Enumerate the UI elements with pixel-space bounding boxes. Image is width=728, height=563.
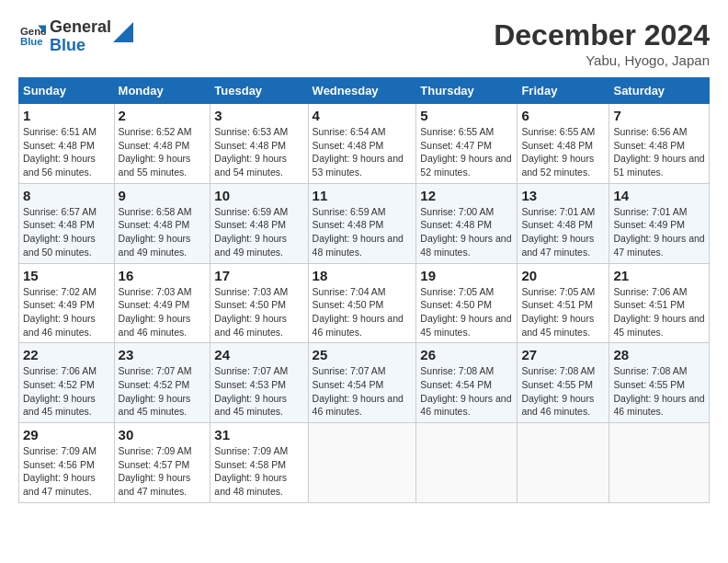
logo-general: General	[50, 18, 111, 37]
calendar-cell: 13Sunrise: 7:01 AMSunset: 4:48 PMDayligh…	[518, 183, 609, 263]
day-info: Sunrise: 7:05 AMSunset: 4:50 PMDaylight:…	[420, 285, 513, 339]
day-info: Sunrise: 7:07 AMSunset: 4:53 PMDaylight:…	[214, 364, 303, 419]
calendar-cell	[416, 423, 518, 503]
svg-marker-3	[113, 22, 133, 42]
day-number: 10	[214, 188, 303, 203]
calendar-cell: 26Sunrise: 7:08 AMSunset: 4:54 PMDayligh…	[416, 343, 518, 423]
calendar-cell: 30Sunrise: 7:09 AMSunset: 4:57 PMDayligh…	[114, 423, 210, 503]
svg-text:Blue: Blue	[20, 35, 43, 46]
day-info: Sunrise: 7:07 AMSunset: 4:52 PMDaylight:…	[119, 364, 207, 419]
day-info: Sunrise: 7:07 AMSunset: 4:54 PMDaylight:…	[313, 364, 413, 419]
calendar-cell: 1Sunrise: 6:51 AMSunset: 4:48 PMDaylight…	[19, 104, 115, 184]
calendar-cell	[308, 423, 416, 503]
calendar-cell: 16Sunrise: 7:03 AMSunset: 4:49 PMDayligh…	[114, 263, 210, 343]
day-number: 25	[313, 347, 413, 362]
day-info: Sunrise: 6:52 AMSunset: 4:48 PMDaylight:…	[119, 125, 207, 179]
calendar-week-3: 15Sunrise: 7:02 AMSunset: 4:49 PMDayligh…	[19, 263, 710, 343]
title-block: December 2024 Yabu, Hyogo, Japan	[494, 18, 710, 68]
calendar-cell: 29Sunrise: 7:09 AMSunset: 4:56 PMDayligh…	[19, 423, 115, 503]
calendar-cell: 6Sunrise: 6:55 AMSunset: 4:48 PMDaylight…	[518, 104, 609, 184]
day-number: 16	[119, 268, 207, 283]
day-number: 4	[313, 108, 413, 123]
day-number: 8	[23, 188, 110, 203]
day-number: 19	[420, 268, 513, 283]
day-info: Sunrise: 6:53 AMSunset: 4:48 PMDaylight:…	[214, 125, 303, 179]
day-number: 14	[613, 188, 705, 203]
weekday-header-wednesday: Wednesday	[308, 78, 416, 104]
calendar-cell: 4Sunrise: 6:54 AMSunset: 4:48 PMDaylight…	[308, 104, 416, 184]
day-info: Sunrise: 6:51 AMSunset: 4:48 PMDaylight:…	[23, 125, 110, 179]
calendar-cell: 10Sunrise: 6:59 AMSunset: 4:48 PMDayligh…	[210, 183, 308, 263]
logo-blue: Blue	[50, 37, 111, 55]
day-info: Sunrise: 6:59 AMSunset: 4:48 PMDaylight:…	[214, 205, 303, 259]
calendar-cell: 21Sunrise: 7:06 AMSunset: 4:51 PMDayligh…	[609, 263, 710, 343]
day-number: 12	[420, 188, 513, 203]
day-info: Sunrise: 6:55 AMSunset: 4:48 PMDaylight:…	[521, 125, 605, 179]
logo-icon: General Blue	[20, 22, 46, 48]
calendar-week-1: 1Sunrise: 6:51 AMSunset: 4:48 PMDaylight…	[19, 104, 710, 184]
weekday-header-monday: Monday	[114, 78, 210, 104]
weekday-header-saturday: Saturday	[609, 78, 710, 104]
weekday-header-friday: Friday	[518, 78, 609, 104]
page-header: General Blue General Blue December 2024 …	[18, 18, 710, 68]
day-info: Sunrise: 7:01 AMSunset: 4:49 PMDaylight:…	[613, 205, 705, 259]
day-info: Sunrise: 7:06 AMSunset: 4:51 PMDaylight:…	[613, 285, 705, 339]
day-info: Sunrise: 7:08 AMSunset: 4:55 PMDaylight:…	[613, 364, 705, 419]
calendar-cell: 31Sunrise: 7:09 AMSunset: 4:58 PMDayligh…	[210, 423, 308, 503]
logo: General Blue General Blue	[18, 18, 133, 55]
day-info: Sunrise: 7:03 AMSunset: 4:49 PMDaylight:…	[119, 285, 207, 339]
calendar-cell: 23Sunrise: 7:07 AMSunset: 4:52 PMDayligh…	[114, 343, 210, 423]
day-number: 13	[521, 188, 605, 203]
day-info: Sunrise: 7:04 AMSunset: 4:50 PMDaylight:…	[313, 285, 413, 339]
day-number: 31	[214, 427, 303, 442]
day-number: 9	[119, 188, 207, 203]
calendar-cell: 9Sunrise: 6:58 AMSunset: 4:48 PMDaylight…	[114, 183, 210, 263]
day-info: Sunrise: 7:06 AMSunset: 4:52 PMDaylight:…	[23, 364, 110, 419]
day-info: Sunrise: 7:08 AMSunset: 4:54 PMDaylight:…	[420, 364, 513, 419]
month-title: December 2024	[494, 18, 710, 52]
day-info: Sunrise: 7:01 AMSunset: 4:48 PMDaylight:…	[521, 205, 605, 259]
day-number: 6	[521, 108, 605, 123]
calendar-cell: 19Sunrise: 7:05 AMSunset: 4:50 PMDayligh…	[416, 263, 518, 343]
calendar-cell: 3Sunrise: 6:53 AMSunset: 4:48 PMDaylight…	[210, 104, 308, 184]
day-number: 11	[313, 188, 413, 203]
day-number: 30	[119, 427, 207, 442]
calendar-week-4: 22Sunrise: 7:06 AMSunset: 4:52 PMDayligh…	[19, 343, 710, 423]
calendar-cell	[609, 423, 710, 503]
calendar-cell: 17Sunrise: 7:03 AMSunset: 4:50 PMDayligh…	[210, 263, 308, 343]
day-info: Sunrise: 6:59 AMSunset: 4:48 PMDaylight:…	[313, 205, 413, 259]
calendar-week-2: 8Sunrise: 6:57 AMSunset: 4:48 PMDaylight…	[19, 183, 710, 263]
day-info: Sunrise: 7:09 AMSunset: 4:57 PMDaylight:…	[119, 444, 207, 499]
day-number: 3	[214, 108, 303, 123]
day-info: Sunrise: 7:02 AMSunset: 4:49 PMDaylight:…	[23, 285, 110, 339]
calendar-cell: 7Sunrise: 6:56 AMSunset: 4:48 PMDaylight…	[609, 104, 710, 184]
day-number: 1	[23, 108, 110, 123]
calendar-cell: 22Sunrise: 7:06 AMSunset: 4:52 PMDayligh…	[19, 343, 115, 423]
calendar-cell: 24Sunrise: 7:07 AMSunset: 4:53 PMDayligh…	[210, 343, 308, 423]
day-info: Sunrise: 7:09 AMSunset: 4:58 PMDaylight:…	[214, 444, 303, 499]
calendar-cell: 27Sunrise: 7:08 AMSunset: 4:55 PMDayligh…	[518, 343, 609, 423]
calendar-cell: 2Sunrise: 6:52 AMSunset: 4:48 PMDaylight…	[114, 104, 210, 184]
day-number: 23	[119, 347, 207, 362]
day-info: Sunrise: 6:58 AMSunset: 4:48 PMDaylight:…	[119, 205, 207, 259]
calendar-cell: 20Sunrise: 7:05 AMSunset: 4:51 PMDayligh…	[518, 263, 609, 343]
day-number: 21	[613, 268, 705, 283]
logo-triangle-icon	[113, 22, 133, 42]
weekday-header-thursday: Thursday	[416, 78, 518, 104]
calendar-cell: 28Sunrise: 7:08 AMSunset: 4:55 PMDayligh…	[609, 343, 710, 423]
calendar-table: SundayMondayTuesdayWednesdayThursdayFrid…	[18, 77, 710, 503]
day-number: 24	[214, 347, 303, 362]
day-number: 28	[613, 347, 705, 362]
calendar-cell: 18Sunrise: 7:04 AMSunset: 4:50 PMDayligh…	[308, 263, 416, 343]
calendar-cell: 5Sunrise: 6:55 AMSunset: 4:47 PMDaylight…	[416, 104, 518, 184]
calendar-cell	[518, 423, 609, 503]
day-number: 17	[214, 268, 303, 283]
day-info: Sunrise: 6:55 AMSunset: 4:47 PMDaylight:…	[420, 125, 513, 179]
day-number: 15	[23, 268, 110, 283]
day-info: Sunrise: 7:08 AMSunset: 4:55 PMDaylight:…	[521, 364, 605, 419]
calendar-cell: 25Sunrise: 7:07 AMSunset: 4:54 PMDayligh…	[308, 343, 416, 423]
day-number: 2	[119, 108, 207, 123]
calendar-cell: 14Sunrise: 7:01 AMSunset: 4:49 PMDayligh…	[609, 183, 710, 263]
day-number: 5	[420, 108, 513, 123]
day-number: 26	[420, 347, 513, 362]
